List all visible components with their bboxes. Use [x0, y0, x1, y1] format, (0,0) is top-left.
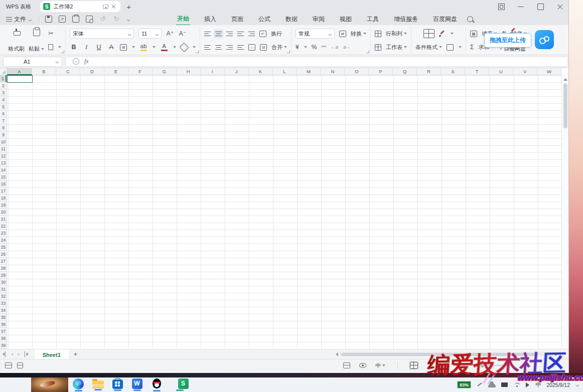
wifi-icon[interactable]	[513, 382, 520, 387]
row-header-8[interactable]: 8	[0, 124, 7, 131]
chevron-down-icon[interactable]	[173, 46, 176, 49]
cell-border-style-icon[interactable]	[447, 44, 454, 51]
worksheet-button[interactable]: 工作表	[386, 44, 407, 51]
row-header-3[interactable]: 3	[0, 89, 7, 96]
column-header-U[interactable]: U	[489, 68, 513, 75]
taskbar-word-button[interactable]: W	[130, 378, 143, 391]
add-sheet-button[interactable]: +	[69, 350, 83, 358]
row-header-6[interactable]: 6	[0, 110, 7, 117]
column-header-H[interactable]: H	[177, 68, 201, 75]
maximize-icon[interactable]	[537, 4, 544, 10]
row-header-16[interactable]: 16	[0, 180, 7, 187]
convert-label[interactable]: 转换	[351, 30, 366, 38]
scroll-up-icon[interactable]	[563, 76, 567, 81]
borders-button[interactable]: ⊞	[120, 44, 127, 51]
column-header-M[interactable]: M	[297, 68, 321, 75]
column-header-A[interactable]: A	[7, 68, 32, 75]
row-header-4[interactable]: 4	[0, 96, 7, 103]
column-header-V[interactable]: V	[513, 68, 537, 75]
row-header-24[interactable]: 24	[0, 237, 7, 244]
column-header-P[interactable]: P	[369, 68, 393, 75]
column-header-I[interactable]: I	[201, 68, 225, 75]
column-header-T[interactable]: T	[465, 68, 489, 75]
menu-tab-审阅[interactable]: 审阅	[312, 14, 326, 25]
cell-style-pen-icon[interactable]	[439, 31, 446, 37]
quickbar-more-icon[interactable]	[126, 18, 130, 21]
alignment-expander-icon[interactable]	[286, 50, 290, 53]
baidu-netdisk-icon[interactable]	[535, 30, 554, 49]
cloud-tray-icon[interactable]	[488, 383, 496, 387]
table-style-icon[interactable]	[423, 29, 434, 38]
row-header-5[interactable]: 5	[0, 103, 7, 110]
taskbar-wps-button[interactable]: S	[170, 378, 190, 391]
column-header-S[interactable]: S	[441, 68, 465, 75]
row-header-14[interactable]: 14	[0, 166, 7, 173]
row-header-25[interactable]: 25	[0, 244, 7, 251]
status-layout-icon[interactable]	[17, 362, 23, 368]
cell-grid[interactable]	[7, 75, 561, 349]
redo-icon[interactable]: ↻	[113, 16, 120, 23]
export-icon[interactable]	[59, 16, 66, 23]
first-sheet-icon[interactable]: ⏴⎢	[0, 351, 9, 357]
menu-tab-视图[interactable]: 视图	[339, 14, 353, 25]
horizontal-scroll-track[interactable]	[340, 352, 553, 356]
row-header-20[interactable]: 20	[0, 209, 7, 216]
row-header-15[interactable]: 15	[0, 173, 7, 180]
menu-tab-公式[interactable]: 公式	[257, 14, 271, 25]
column-header-D[interactable]: D	[80, 68, 104, 75]
row-header-28[interactable]: 28	[0, 265, 7, 272]
paste-button[interactable]: 粘贴	[29, 27, 44, 54]
name-box[interactable]: A1	[3, 57, 62, 67]
column-header-N[interactable]: N	[321, 68, 345, 75]
number-format-select[interactable]: 常规	[296, 29, 335, 39]
vertical-scrollbar[interactable]	[561, 75, 568, 349]
column-header-F[interactable]: F	[128, 68, 153, 75]
menu-tab-百度网盘[interactable]: 百度网盘	[432, 14, 458, 25]
align-top-icon[interactable]	[204, 31, 211, 37]
prev-sheet-icon[interactable]: ‹	[9, 351, 15, 357]
increase-decimal-icon[interactable]: ←.0	[331, 45, 338, 50]
clock-date[interactable]: 2025/9/12	[546, 382, 570, 388]
menu-tab-页面[interactable]: 页面	[230, 14, 244, 25]
menu-tab-数据[interactable]: 数据	[284, 14, 299, 25]
row-header-12[interactable]: 12	[0, 152, 7, 159]
menu-tab-工具[interactable]: 工具	[366, 14, 380, 25]
display-tray-icon[interactable]	[501, 382, 508, 387]
zoom-slider[interactable]	[453, 365, 513, 366]
next-sheet-icon[interactable]: ›	[15, 351, 21, 357]
row-header-39[interactable]: 39	[0, 342, 7, 349]
thousand-separator-icon[interactable]: ⁰⁰⁰	[321, 45, 326, 50]
selected-cell-a1[interactable]	[7, 75, 33, 83]
layout-toggle-icon[interactable]	[498, 4, 505, 10]
column-header-B[interactable]: B	[32, 68, 56, 75]
normal-view-icon[interactable]	[410, 362, 418, 369]
horizontal-scroll-thumb[interactable]	[341, 353, 538, 356]
close-tab-icon[interactable]	[111, 4, 116, 9]
font-color-button[interactable]: A	[160, 44, 168, 51]
column-header-G[interactable]: G	[153, 68, 177, 75]
eye-protect-icon[interactable]	[359, 363, 366, 368]
column-header-L[interactable]: L	[272, 68, 297, 75]
widgets-thumbnail[interactable]	[31, 377, 68, 392]
taskbar-qq-button[interactable]	[150, 378, 163, 391]
comment-icon[interactable]	[103, 5, 108, 9]
save-icon[interactable]	[45, 16, 52, 23]
underline-button[interactable]: U	[95, 43, 103, 51]
merge-label[interactable]: 合并	[271, 44, 287, 51]
row-header-13[interactable]: 13	[0, 159, 7, 166]
justify-icon[interactable]	[237, 45, 244, 50]
align-right-icon[interactable]	[226, 45, 233, 50]
increase-font-icon[interactable]: A⁺	[166, 30, 174, 38]
cut-icon[interactable]: ✂	[48, 30, 54, 37]
row-header-2[interactable]: 2	[0, 82, 7, 89]
column-header-C[interactable]: C	[56, 68, 80, 75]
function-helper-icon[interactable]	[73, 58, 79, 65]
row-header-9[interactable]: 9	[0, 131, 7, 138]
chevron-down-icon[interactable]	[304, 46, 307, 49]
taskbar-explorer-button[interactable]	[91, 378, 104, 390]
row-header-10[interactable]: 10	[0, 138, 7, 145]
table-tools-icon[interactable]	[343, 362, 350, 368]
last-sheet-icon[interactable]: ⎢⏵	[22, 351, 31, 357]
horizontal-scrollbar[interactable]	[334, 351, 559, 357]
row-header-1[interactable]: 1	[0, 75, 7, 82]
